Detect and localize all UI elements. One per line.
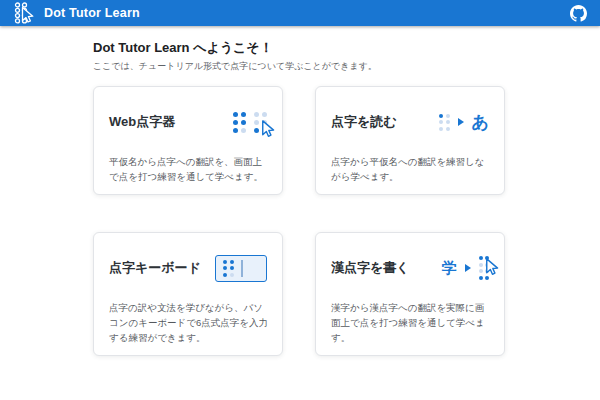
braille-to-kana-icon: あ — [439, 111, 489, 134]
braille-cell — [439, 114, 450, 131]
page-subtitle: ここでは、チュートリアル形式で点字について学ぶことができます。 — [93, 60, 600, 73]
kana-character: あ — [472, 111, 489, 134]
mouse-cursor-icon — [258, 119, 277, 138]
card-description: 平仮名から点字への翻訳を、画面上で点を打つ練習を通して学べます。 — [109, 154, 271, 184]
card-title: 点字キーボード — [109, 259, 201, 277]
main-content: Dot Tutor Learn へようこそ！ ここでは、チュートリアル形式で点字… — [0, 26, 600, 356]
kanji-to-braille-cursor-icon: 学 — [442, 256, 490, 280]
app-title: Dot Tutor Learn — [44, 6, 140, 20]
card-title: 点字を読む — [331, 113, 397, 131]
braille-cell-with-cursor — [254, 112, 267, 133]
braille-input-box-icon — [215, 255, 267, 282]
card-write-kanji-braille[interactable]: 漢点字を書く 学 — [315, 232, 505, 356]
braille-cell — [233, 112, 246, 133]
card-web-braille-writer[interactable]: Web点字器 — [93, 86, 283, 195]
app-header: Dot Tutor Learn — [0, 0, 600, 26]
text-caret-icon — [241, 260, 243, 277]
card-description: 漢字から漢点字への翻訳を実際に画面上で点を打つ練習を通して学べます。 — [331, 300, 493, 345]
card-description: 点字から平仮名への翻訳を練習しながら学べます。 — [331, 154, 493, 184]
braille-cell — [223, 260, 234, 277]
card-title: 漢点字を書く — [331, 259, 410, 277]
mouse-cursor-icon — [482, 257, 501, 276]
page-title: Dot Tutor Learn へようこそ！ — [93, 39, 600, 57]
card-description: 点字の訳や文法を学びながら、パソコンのキーボードで6点式点字を入力する練習ができ… — [109, 300, 271, 345]
braille-cursor-logo-icon — [13, 1, 35, 25]
braille-cell-with-cursor — [479, 256, 490, 280]
github-icon[interactable] — [570, 5, 587, 22]
arrow-right-icon — [465, 264, 471, 272]
arrow-right-icon — [458, 118, 464, 126]
kanji-character: 学 — [442, 259, 457, 278]
card-braille-keyboard[interactable]: 点字キーボード 点字の訳や文法を学びながら、パソコンのキーボードで6点式点字を入… — [93, 232, 283, 356]
braille-cells-cursor-icon — [233, 112, 267, 133]
card-read-braille[interactable]: 点字を読む あ 点字から平仮名への翻訳を練習しながら学べます。 — [315, 86, 505, 195]
card-grid: Web点字器 — [93, 86, 600, 356]
card-title: Web点字器 — [109, 113, 175, 131]
